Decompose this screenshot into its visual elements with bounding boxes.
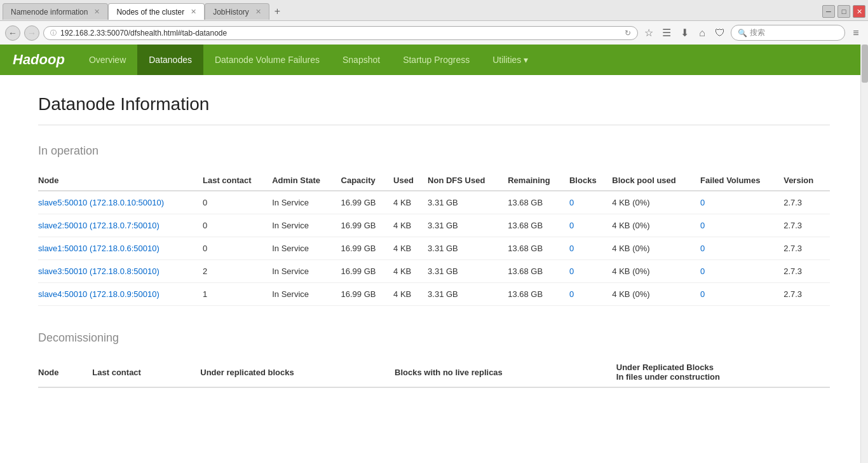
cell-version: 2.7.3 xyxy=(783,214,830,237)
cell-failed-volumes: 0 xyxy=(700,214,783,237)
nav-datanode-volume-failures[interactable]: Datanode Volume Failures xyxy=(203,45,331,75)
forward-button[interactable]: → xyxy=(24,25,39,41)
browser-chrome: Namenode information ✕ Nodes of the clus… xyxy=(0,0,868,45)
cell-admin-state: In Service xyxy=(272,283,341,306)
reader-icon[interactable]: ☰ xyxy=(660,26,674,40)
blocks-link[interactable]: 0 xyxy=(569,221,574,230)
hadoop-logo: Hadoop xyxy=(13,52,65,68)
nav-datanodes[interactable]: Datanodes xyxy=(137,45,203,75)
decomissioning-header: Node Last contact Under replicated block… xyxy=(38,357,830,387)
info-icon: ⓘ xyxy=(50,29,57,38)
cell-block-pool-used: 4 KB (0%) xyxy=(612,283,700,306)
nav-snapshot[interactable]: Snapshot xyxy=(331,45,391,75)
col-no-live: Blocks with no live replicas xyxy=(395,357,616,387)
cell-failed-volumes: 0 xyxy=(700,283,783,306)
col-remaining: Remaining xyxy=(508,170,569,191)
cell-remaining: 13.68 GB xyxy=(508,283,569,306)
failed-volumes-link[interactable]: 0 xyxy=(700,266,705,276)
table-header: Node Last contact Admin State Capacity U… xyxy=(38,170,830,191)
failed-volumes-link[interactable]: 0 xyxy=(700,221,705,230)
tab-jobhistory[interactable]: JobHistory ✕ xyxy=(205,3,269,20)
nav-utilities[interactable]: Utilities ▾ xyxy=(481,45,539,75)
col-under-replicated-construction: Under Replicated BlocksIn files under co… xyxy=(616,357,830,387)
cell-non-dfs-used: 3.31 GB xyxy=(428,214,508,237)
cell-blocks: 0 xyxy=(569,191,612,214)
cell-blocks: 0 xyxy=(569,237,612,260)
blocks-link[interactable]: 0 xyxy=(569,266,574,276)
in-operation-body: slave5:50010 (172.18.0.10:50010) 0 In Se… xyxy=(38,191,830,306)
cell-remaining: 13.68 GB xyxy=(508,260,569,283)
scroll-thumb[interactable] xyxy=(862,45,868,83)
col-failed-volumes: Failed Volumes xyxy=(700,170,783,191)
bookmark-icon[interactable]: ☆ xyxy=(642,26,656,40)
tab-label: JobHistory xyxy=(213,8,249,17)
col-blocks: Blocks xyxy=(569,170,612,191)
node-link[interactable]: slave5:50010 (172.18.0.10:50010) xyxy=(38,198,164,207)
home-icon[interactable]: ⌂ xyxy=(695,26,709,40)
toolbar-icons: ☆ ☰ ⬇ ⌂ 🛡 xyxy=(642,26,727,40)
cell-block-pool-used: 4 KB (0%) xyxy=(612,214,700,237)
tab-list: Namenode information ✕ Nodes of the clus… xyxy=(3,3,285,20)
close-button[interactable]: ✕ xyxy=(853,5,865,18)
close-icon[interactable]: ✕ xyxy=(191,8,196,16)
blocks-link[interactable]: 0 xyxy=(569,289,574,299)
col-version: Version xyxy=(783,170,830,191)
cell-version: 2.7.3 xyxy=(783,191,830,214)
failed-volumes-link[interactable]: 0 xyxy=(700,198,705,207)
cell-used: 4 KB xyxy=(393,283,428,306)
cell-node: slave2:50010 (172.18.0.7:50010) xyxy=(38,214,203,237)
cell-used: 4 KB xyxy=(393,260,428,283)
col-under-replicated: Under replicated blocks xyxy=(200,357,395,387)
cell-non-dfs-used: 3.31 GB xyxy=(428,260,508,283)
tab-nodes[interactable]: Nodes of the cluster ✕ xyxy=(108,3,205,20)
main-content: Datanode Information In operation Node L… xyxy=(0,75,868,432)
search-icon: 🔍 xyxy=(738,29,747,38)
divider xyxy=(38,125,830,125)
cell-capacity: 16.99 GB xyxy=(341,191,394,214)
failed-volumes-link[interactable]: 0 xyxy=(700,244,705,253)
col-admin-state: Admin State xyxy=(272,170,341,191)
close-icon[interactable]: ✕ xyxy=(255,8,261,16)
cell-last-contact: 0 xyxy=(203,237,272,260)
cell-node: slave3:50010 (172.18.0.8:50010) xyxy=(38,260,203,283)
close-icon[interactable]: ✕ xyxy=(94,8,100,16)
tab-label: Nodes of the cluster xyxy=(116,8,184,17)
window-controls: ─ □ ✕ xyxy=(822,5,865,18)
table-row: slave2:50010 (172.18.0.7:50010) 0 In Ser… xyxy=(38,214,830,237)
node-link[interactable]: slave3:50010 (172.18.0.8:50010) xyxy=(38,266,159,276)
scroll-track[interactable] xyxy=(860,45,868,463)
cell-used: 4 KB xyxy=(393,237,428,260)
url-bar[interactable]: ⓘ 192.168.2.33:50070/dfshealth.html#tab-… xyxy=(43,26,638,40)
nav-overview[interactable]: Overview xyxy=(78,45,137,75)
cell-capacity: 16.99 GB xyxy=(341,283,394,306)
back-button[interactable]: ← xyxy=(5,25,20,41)
col-last-contact: Last contact xyxy=(203,170,272,191)
node-link[interactable]: slave2:50010 (172.18.0.7:50010) xyxy=(38,221,159,230)
maximize-button[interactable]: □ xyxy=(837,5,850,18)
minimize-button[interactable]: ─ xyxy=(822,5,835,18)
nav-startup-progress[interactable]: Startup Progress xyxy=(391,45,481,75)
search-placeholder: 搜索 xyxy=(750,27,765,38)
shield-icon[interactable]: 🛡 xyxy=(713,26,727,40)
download-icon[interactable]: ⬇ xyxy=(677,26,691,40)
node-link[interactable]: slave4:50010 (172.18.0.9:50010) xyxy=(38,289,159,299)
col-last-contact: Last contact xyxy=(92,357,200,387)
search-bar[interactable]: 🔍 搜索 xyxy=(731,25,845,41)
refresh-icon[interactable]: ↻ xyxy=(625,29,631,38)
chevron-down-icon: ▾ xyxy=(524,55,528,65)
cell-capacity: 16.99 GB xyxy=(341,260,394,283)
menu-icon[interactable]: ≡ xyxy=(849,26,863,40)
cell-remaining: 13.68 GB xyxy=(508,191,569,214)
blocks-link[interactable]: 0 xyxy=(569,244,574,253)
blocks-link[interactable]: 0 xyxy=(569,198,574,207)
cell-remaining: 13.68 GB xyxy=(508,214,569,237)
new-tab-button[interactable]: + xyxy=(269,3,285,20)
cell-failed-volumes: 0 xyxy=(700,191,783,214)
node-link[interactable]: slave1:50010 (172.18.0.6:50010) xyxy=(38,244,159,253)
cell-node: slave4:50010 (172.18.0.9:50010) xyxy=(38,283,203,306)
section-decomissioning: Decomissioning xyxy=(38,331,830,345)
cell-last-contact: 0 xyxy=(203,214,272,237)
failed-volumes-link[interactable]: 0 xyxy=(700,289,705,299)
tab-namenode[interactable]: Namenode information ✕ xyxy=(3,3,108,20)
cell-block-pool-used: 4 KB (0%) xyxy=(612,191,700,214)
